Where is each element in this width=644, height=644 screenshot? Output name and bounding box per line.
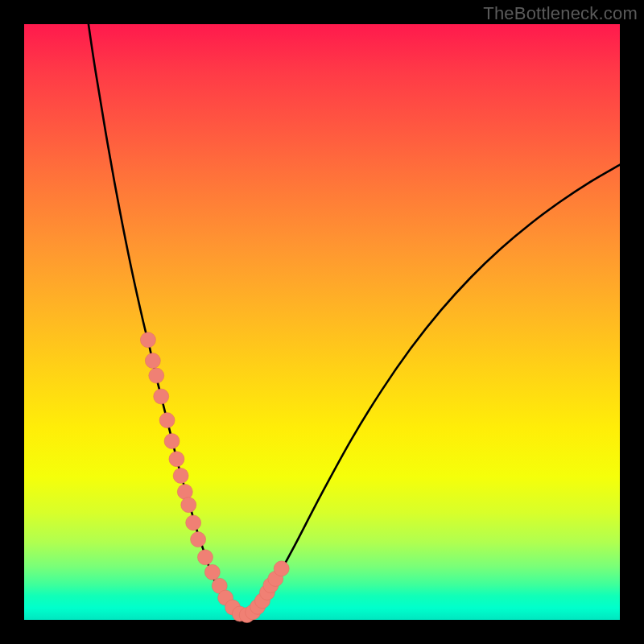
data-marker [181, 497, 196, 513]
data-marker [149, 368, 164, 383]
data-marker [173, 468, 188, 483]
data-marker [204, 564, 220, 580]
bottleneck-curve [24, 24, 620, 620]
data-marker [274, 561, 289, 576]
chart-frame: TheBottleneck.com [0, 0, 644, 644]
data-marker [197, 550, 213, 565]
data-marker [154, 389, 169, 404]
plot-area [24, 24, 620, 620]
data-marker [140, 332, 155, 348]
data-marker [164, 434, 180, 449]
watermark-text: TheBottleneck.com [483, 3, 638, 24]
data-marker [159, 413, 175, 428]
data-marker [186, 515, 201, 530]
data-marker [177, 484, 192, 499]
data-marker [191, 532, 206, 547]
data-marker [169, 452, 184, 467]
data-marker [145, 353, 160, 369]
